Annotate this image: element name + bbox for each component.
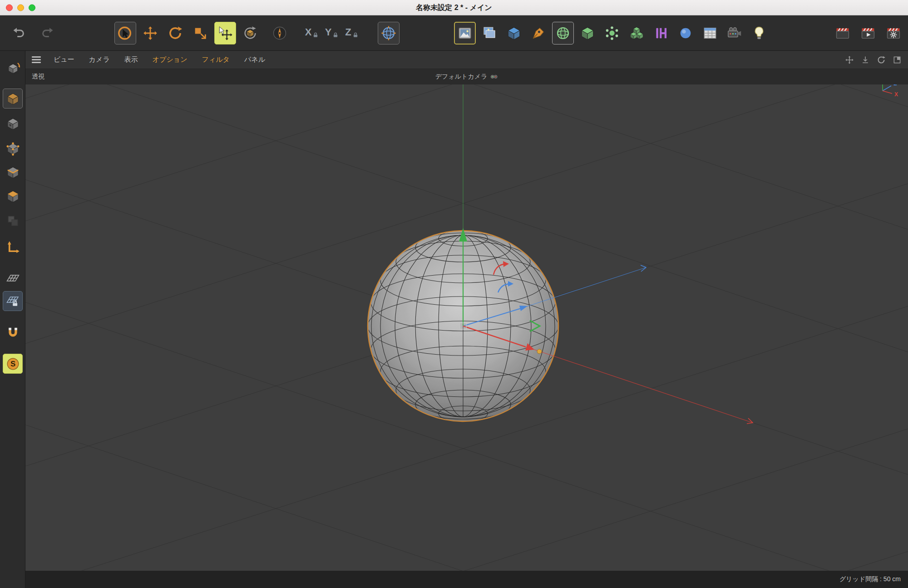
generator-cube-icon <box>580 25 595 41</box>
camera-button[interactable] <box>724 22 745 44</box>
rotate-snap-button[interactable] <box>239 22 261 44</box>
hamburger-icon <box>32 56 41 58</box>
z-lock-label: Z <box>345 26 351 38</box>
scale-tool-button[interactable] <box>189 22 211 44</box>
menu-display[interactable]: 表示 <box>124 55 138 64</box>
render-view-clapper-button[interactable] <box>832 22 854 44</box>
menu-options[interactable]: オプション <box>153 55 188 64</box>
viewport-canvas[interactable]: Y Z X <box>25 69 908 588</box>
live-selection-icon <box>118 25 133 41</box>
texture-mode-button[interactable] <box>3 114 23 133</box>
mode-sidebar: S <box>0 51 25 588</box>
move-tool-button[interactable] <box>139 22 161 44</box>
cube-primitive-button[interactable] <box>503 22 525 44</box>
enable-axis-icon <box>6 241 20 255</box>
toggle-views-icon[interactable] <box>893 55 902 64</box>
y-axis-lock-button[interactable]: Y <box>322 22 341 44</box>
polygon-mode-button[interactable] <box>3 186 23 206</box>
x-axis-lock-button[interactable]: X <box>302 22 321 44</box>
camera-rotate-icon[interactable] <box>877 55 886 64</box>
snap-badge-letter: S <box>10 360 15 368</box>
active-move-tool-button[interactable] <box>214 22 236 44</box>
make-editable-button[interactable] <box>3 58 23 78</box>
array-icon <box>604 25 620 41</box>
rotate-tool-button[interactable] <box>164 22 186 44</box>
axis-lock-group: X Y Z <box>302 15 361 51</box>
viewport[interactable]: 透視 デフォルトカメラ <box>25 69 908 588</box>
x-lock-icon <box>312 32 319 38</box>
live-selection-button[interactable] <box>114 22 136 44</box>
render-settings-button[interactable] <box>883 22 904 44</box>
workplane-lock-button[interactable] <box>3 291 23 311</box>
deformer-button[interactable] <box>650 22 672 44</box>
render-view-button[interactable] <box>454 22 476 44</box>
undo-group <box>8 15 58 51</box>
cloner-button[interactable] <box>626 22 647 44</box>
last-tool-icon <box>272 25 287 41</box>
model-mode-button[interactable] <box>3 89 23 109</box>
render-view-icon <box>835 25 850 41</box>
point-mode-icon <box>6 142 20 156</box>
array-button[interactable] <box>601 22 623 44</box>
scale-tool-icon <box>192 25 208 41</box>
window-title: 名称未設定 2 * - メイン <box>0 0 908 15</box>
render-picture-viewer-icon <box>860 25 876 41</box>
snap-settings-icon: S <box>6 357 20 371</box>
uv-mode-button[interactable] <box>3 211 23 231</box>
make-editable-icon <box>6 61 20 75</box>
menu-view[interactable]: ビュー <box>54 55 74 64</box>
menu-panel[interactable]: パネル <box>244 55 265 64</box>
rotate-cube-icon <box>242 25 258 41</box>
coordinate-system-group <box>378 15 400 51</box>
workplane-button[interactable] <box>3 268 23 288</box>
undo-icon <box>12 26 26 40</box>
hamburger-icon-bar <box>32 62 41 63</box>
x-lock-label: X <box>305 26 312 38</box>
deformer-icon <box>653 25 669 41</box>
snap-magnet-button[interactable] <box>3 323 23 343</box>
light-icon <box>751 25 767 41</box>
render-picture-viewer-button[interactable] <box>857 22 879 44</box>
enable-axis-button[interactable] <box>3 237 23 257</box>
generator-button[interactable] <box>577 22 598 44</box>
scale-handle-dot[interactable] <box>537 349 542 354</box>
snap-settings-button[interactable]: S <box>3 354 23 374</box>
field-button[interactable] <box>675 22 696 44</box>
viewport-menu-button[interactable] <box>32 56 41 63</box>
picture-viewer-button[interactable] <box>479 22 500 44</box>
field-icon <box>678 25 693 41</box>
point-mode-button[interactable] <box>3 138 23 158</box>
spline-pen-button[interactable] <box>528 22 549 44</box>
axis-indicator-x: X <box>894 91 898 98</box>
origin-handle[interactable] <box>460 323 466 329</box>
z-axis-lock-button[interactable]: Z <box>342 22 361 44</box>
redo-button[interactable] <box>36 22 58 44</box>
camera-move-icon[interactable] <box>845 55 854 64</box>
active-tool-move-icon <box>217 25 233 41</box>
subdivision-surface-button[interactable] <box>552 22 574 44</box>
y-lock-label: Y <box>325 26 332 38</box>
world-coordinates-icon <box>381 25 396 41</box>
menu-filter[interactable]: フィルタ <box>202 55 230 64</box>
z-lock-icon <box>352 32 359 38</box>
world-coordinates-button[interactable] <box>378 22 400 44</box>
model-mode-icon <box>6 92 20 106</box>
edge-mode-icon <box>6 165 20 179</box>
light-button[interactable] <box>748 22 770 44</box>
spreadsheet-button[interactable] <box>699 22 721 44</box>
render-group <box>832 15 904 51</box>
rotate-tool-icon <box>168 25 183 41</box>
tool-group <box>114 15 291 51</box>
edge-mode-button[interactable] <box>3 162 23 182</box>
menu-camera[interactable]: カメラ <box>89 55 110 64</box>
undo-button[interactable] <box>8 22 30 44</box>
viewport-camera-controls <box>845 55 902 64</box>
cube-primitive-icon <box>506 25 522 41</box>
camera-label[interactable]: デフォルトカメラ <box>435 73 498 81</box>
viewport-solo-icon <box>457 25 473 41</box>
camera-zoom-icon[interactable] <box>861 55 870 64</box>
camera-icon <box>727 25 742 41</box>
texture-mode-icon <box>6 117 20 131</box>
last-tool-button[interactable] <box>269 22 291 44</box>
camera-label-text: デフォルトカメラ <box>435 73 488 81</box>
